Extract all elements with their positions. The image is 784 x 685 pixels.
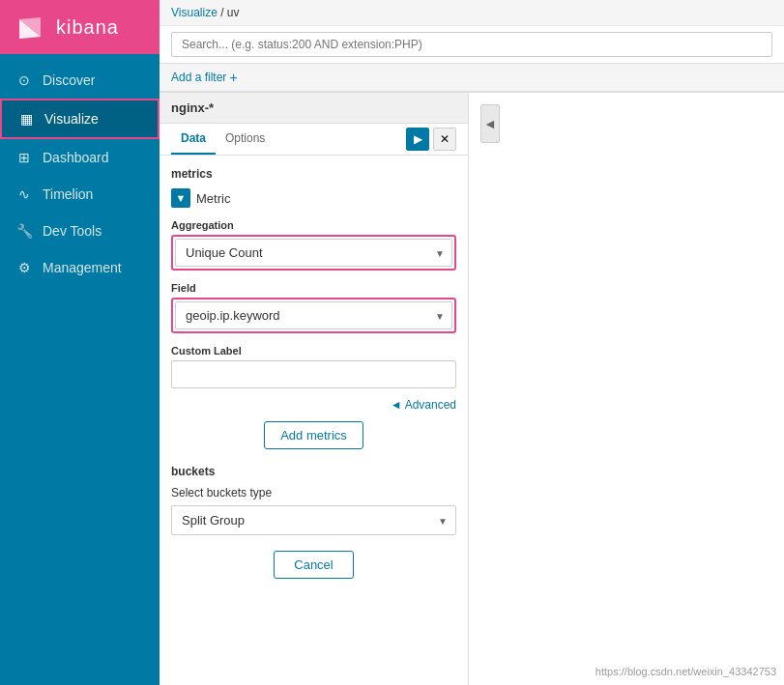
panel-header: nginx-* <box>160 93 468 124</box>
field-select-wrapper: geoip.ip.keyword ip host.keyword ▼ <box>171 298 456 333</box>
sidebar-item-devtools-label: Dev Tools <box>43 223 102 239</box>
cancel-button[interactable]: Cancel <box>274 551 353 579</box>
logo-area: kibana <box>0 0 160 54</box>
topbar: Visualize / uv Add a filter + <box>160 0 784 93</box>
aggregation-select[interactable]: Unique Count Count Average Sum Min Max <box>175 239 452 267</box>
tab-actions: ▶ ✕ <box>406 128 456 151</box>
custom-label-input[interactable] <box>171 360 456 388</box>
right-panel: ◄ <box>469 93 784 685</box>
content-area: nginx-* Data Options ▶ ✕ metrics ▼ Metri… <box>160 93 784 685</box>
panel-title: nginx-* <box>171 100 214 115</box>
breadcrumb: Visualize / uv <box>160 0 784 26</box>
advanced-link[interactable]: ◄ Advanced <box>171 398 456 412</box>
field-label: Field <box>171 282 456 294</box>
search-input[interactable] <box>171 32 772 57</box>
advanced-label: Advanced <box>405 398 456 412</box>
devtools-icon: 🔧 <box>15 222 33 240</box>
aggregation-label: Aggregation <box>171 219 456 231</box>
management-icon: ⚙ <box>15 259 33 276</box>
watermark: https://blog.csdn.net/weixin_43342753 <box>595 666 776 677</box>
field-select[interactable]: geoip.ip.keyword ip host.keyword <box>175 301 452 329</box>
metric-item-label: Metric <box>196 191 230 206</box>
bucket-select-wrapper: Split Group Split Chart ▼ <box>171 505 456 535</box>
add-metrics-button[interactable]: Add metrics <box>264 421 363 449</box>
sidebar-item-visualize-label: Visualize <box>44 111 99 127</box>
metric-collapse-button[interactable]: ▼ <box>171 188 190 208</box>
sidebar-item-timelion[interactable]: ∿ Timelion <box>0 176 160 213</box>
bucket-type-select[interactable]: Split Group Split Chart <box>172 506 455 534</box>
sidebar-item-dashboard-label: Dashboard <box>43 150 109 165</box>
search-bar <box>160 26 784 64</box>
select-buckets-type-label: Select buckets type <box>171 486 456 499</box>
buckets-section: buckets Select buckets type Split Group … <box>171 465 456 579</box>
advanced-arrow-icon: ◄ <box>391 398 402 412</box>
plus-icon: + <box>229 70 237 85</box>
close-button[interactable]: ✕ <box>433 128 456 151</box>
sidebar-item-management[interactable]: ⚙ Management <box>0 249 160 286</box>
add-filter-link[interactable]: Add a filter + <box>171 70 238 85</box>
sidebar-item-timelion-label: Timelion <box>43 186 93 202</box>
sidebar-item-visualize[interactable]: ▦ Visualize <box>0 99 160 139</box>
dashboard-icon: ⊞ <box>15 149 33 166</box>
metrics-section-label: metrics <box>171 167 456 181</box>
discover-icon: ⊙ <box>15 71 33 89</box>
kibana-logo-icon <box>14 10 48 44</box>
metric-row: ▼ Metric <box>171 188 456 208</box>
breadcrumb-separator: / <box>220 6 223 19</box>
sidebar-item-discover-label: Discover <box>43 72 95 88</box>
timelion-icon: ∿ <box>15 186 33 203</box>
sidebar-nav: ⊙ Discover ▦ Visualize ⊞ Dashboard ∿ Tim… <box>0 54 160 286</box>
buckets-section-label: buckets <box>171 465 456 478</box>
custom-label-field-label: Custom Label <box>171 345 456 357</box>
sidebar-item-discover[interactable]: ⊙ Discover <box>0 62 160 99</box>
kibana-label: kibana <box>56 16 119 39</box>
panel-tabs: Data Options ▶ ✕ <box>160 124 468 156</box>
play-button[interactable]: ▶ <box>406 128 429 151</box>
left-panel: nginx-* Data Options ▶ ✕ metrics ▼ Metri… <box>160 93 469 685</box>
tab-options[interactable]: Options <box>216 124 275 155</box>
sidebar-item-management-label: Management <box>43 260 122 275</box>
sidebar-item-dev-tools[interactable]: 🔧 Dev Tools <box>0 213 160 249</box>
sidebar-item-dashboard[interactable]: ⊞ Dashboard <box>0 139 160 176</box>
sidebar: kibana ⊙ Discover ▦ Visualize ⊞ Dashboar… <box>0 0 160 685</box>
filter-bar: Add a filter + <box>160 64 784 92</box>
visualize-icon: ▦ <box>17 110 35 128</box>
tab-data[interactable]: Data <box>171 124 216 155</box>
collapse-panel-button[interactable]: ◄ <box>480 104 500 143</box>
breadcrumb-link[interactable]: Visualize <box>171 6 218 19</box>
add-filter-label: Add a filter <box>171 71 226 84</box>
panel-body: metrics ▼ Metric Aggregation Unique Coun… <box>160 156 468 590</box>
main-content: Visualize / uv Add a filter + nginx-* Da… <box>160 0 784 685</box>
aggregation-select-wrapper: Unique Count Count Average Sum Min Max ▼ <box>171 235 456 271</box>
breadcrumb-current: uv <box>227 6 240 19</box>
